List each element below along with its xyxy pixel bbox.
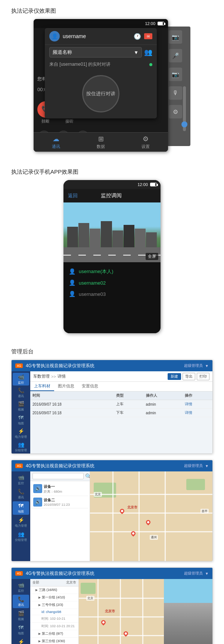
building-7	[135, 229, 146, 247]
tree-item-1[interactable]: ▶ 第一分组 (4/10)	[30, 594, 78, 601]
tree-item-3[interactable]: id: changxi98	[30, 609, 78, 615]
map-marker-2[interactable]	[145, 519, 152, 526]
page-wrapper: 执法记录仪效果图 📷 🎤 📷 🎙 ⚙ 12:00	[0, 0, 224, 644]
user-name-3: username03	[79, 291, 106, 297]
sidebar-group-label: 分组管理	[15, 448, 27, 452]
user-icon-1: 👤	[69, 268, 76, 275]
user-list: 👤 username(本人) 👤 username02 👤 username03	[63, 262, 161, 333]
mobile-battery	[150, 183, 157, 186]
tree-item-5: 时间: 102-10-21 20:21	[30, 623, 78, 630]
volume-slider[interactable]	[183, 86, 186, 131]
tab-material[interactable]: 上车料材	[30, 382, 54, 391]
add-user-icon[interactable]: 👥	[144, 48, 152, 56]
channel-select[interactable]: 频道名称 ▼	[49, 47, 142, 58]
map-left-panel: 🔍 🔊 设备一 距离：680m 🔊	[30, 471, 90, 561]
popup-avatar: 👤	[49, 31, 60, 41]
section2-title: 执法记录仪手机APP效果图	[11, 168, 213, 176]
split-map-bg: 北京市 北京	[79, 579, 164, 644]
nav-title: 监控调阅	[78, 192, 145, 199]
settings-icon[interactable]: ⚙	[169, 105, 182, 118]
arrow-1: ▶	[38, 596, 41, 599]
content-header: 车数管理 >> 详情 新建 导出 打印	[30, 371, 212, 382]
road-h-2	[90, 513, 212, 514]
device-item-2: 🔊 设备二 2016/09/07 11:23	[32, 496, 88, 508]
col-action: 操作	[183, 391, 212, 400]
split-sidebar-map[interactable]: 🗺 地图	[13, 623, 29, 637]
building-5	[112, 230, 123, 247]
split-sidebar-comms[interactable]: 📞 通讯	[13, 595, 29, 608]
mic-mute-icon[interactable]: 🎤	[169, 49, 182, 62]
tab-data[interactable]: ⊞ 数据	[78, 133, 123, 152]
building-3	[90, 229, 100, 247]
user-name-1: username(本人)	[79, 268, 113, 275]
status-bar: 12:00	[34, 19, 168, 28]
building-4	[101, 221, 112, 247]
breadcrumb-detail: 详情	[57, 374, 66, 379]
camera-icon-2[interactable]: 📷	[169, 68, 182, 81]
split-marker-1[interactable]	[100, 619, 107, 626]
split-sidebar-power[interactable]: ⚡ 电力管理	[13, 637, 29, 644]
beijing-label: 北京市	[127, 505, 137, 510]
col-operator: 操作人	[144, 391, 183, 400]
split-sidebar-monitor[interactable]: 📹 监控	[13, 580, 29, 594]
new-button[interactable]: 新建	[168, 373, 181, 380]
arrow-7: ▶	[38, 640, 41, 643]
sidebar-monitor[interactable]: 📹 监控	[13, 373, 29, 386]
map-sidebar-monitor[interactable]: 📹 监控	[13, 473, 29, 486]
admin-table: 时间 类型 操作人 操作 2016/09/07 16:18 上车 admin	[30, 391, 212, 417]
table-row: 2016/09/07 16:18 上车 admin 详情	[30, 400, 212, 409]
tree-label-1: 第一分组 (4/10)	[42, 595, 65, 600]
map-search-input[interactable]	[32, 473, 84, 479]
tab-placement[interactable]: 安置信息	[78, 382, 102, 391]
split-road-v-3	[142, 579, 143, 644]
from-text: 来自 [username01] 的实时对讲	[49, 61, 111, 68]
admin-user-label-3: 超级管理员	[184, 571, 203, 576]
logo-badge: 4G	[15, 363, 23, 368]
split-sidebar-video[interactable]: 🎬 视频	[13, 609, 29, 622]
volume-slider-thumb[interactable]	[181, 121, 187, 127]
user-icon-2: 👤	[69, 279, 76, 286]
map-sidebar-comms[interactable]: 📞 通讯	[13, 487, 29, 501]
device-name-2: 设备二	[44, 498, 87, 503]
sidebar-comms-label: 通讯	[18, 394, 24, 398]
tree-item-2[interactable]: ▶ 三号中线 (2/3)	[30, 601, 78, 609]
split-road-h-3	[79, 635, 164, 636]
sidebar-map[interactable]: 🗺 地图	[13, 414, 29, 426]
notification-popup: 👤 username 🕐 ✉ 频道名称 ▼ 👥 来自 [username01]	[45, 28, 157, 118]
tree-title: 全部	[32, 580, 39, 585]
user-item-3: 👤 username03	[69, 288, 155, 300]
sidebar-group[interactable]: 👥 分组管理	[13, 441, 29, 453]
tab-settings[interactable]: ⚙ 设置	[123, 133, 168, 152]
dropdown-arrow-3: ▼	[205, 572, 209, 576]
mic-icon[interactable]: 🎙	[169, 86, 182, 100]
admin-content-1: 车数管理 >> 详情 新建 导出 打印 上车料材 图片信息 安置信息	[30, 371, 212, 453]
tree-label-2: 三号中线 (2/3)	[42, 603, 63, 607]
split-beijing-label: 北京市	[105, 609, 115, 614]
sidebar-power[interactable]: ⚡ 电力管理	[13, 427, 29, 440]
logo-badge-2: 4G	[15, 464, 23, 468]
hangup-label: 挂断	[41, 118, 50, 124]
video-sidebar-icon: 🎬	[18, 401, 24, 407]
sidebar-comms[interactable]: 📞 通讯	[13, 386, 29, 399]
ptt-button[interactable]: 按住进行对讲	[82, 75, 119, 112]
status-time: 12:00	[145, 21, 155, 26]
sidebar-video[interactable]: 🎬 视频	[13, 400, 29, 413]
message-icon: ✉	[144, 33, 152, 39]
mobile-mockup: 12:00 返回 监控调阅	[63, 180, 161, 333]
map-sidebar-map[interactable]: 🗺 地图	[13, 501, 29, 515]
tab-comms[interactable]: ☁ 通讯	[34, 133, 78, 152]
tree-item-0[interactable]: ▶ 三路 (16/65)	[30, 586, 78, 594]
print-button[interactable]: 打印	[197, 373, 209, 380]
back-button[interactable]: 返回	[68, 192, 78, 199]
map-sidebar-power[interactable]: ⚡ 电力管理	[13, 515, 29, 529]
camera-icon-1[interactable]: 📷	[169, 30, 182, 44]
device-icon-1: 🔊	[33, 484, 42, 493]
fullscreen-button[interactable]: 全屏	[146, 253, 158, 260]
tree-item-6[interactable]: ▶ 第二分组 (8/7)	[30, 630, 78, 638]
tab-image[interactable]: 图片信息	[54, 382, 78, 391]
split-label-1: 北京	[86, 596, 94, 601]
tree-item-7[interactable]: ▶ 第三分组 (3/30)	[30, 638, 78, 644]
cell-op-2: admin	[144, 409, 183, 417]
export-button[interactable]: 导出	[183, 373, 195, 380]
map-sidebar-group[interactable]: 👥 分组管理	[13, 530, 29, 543]
